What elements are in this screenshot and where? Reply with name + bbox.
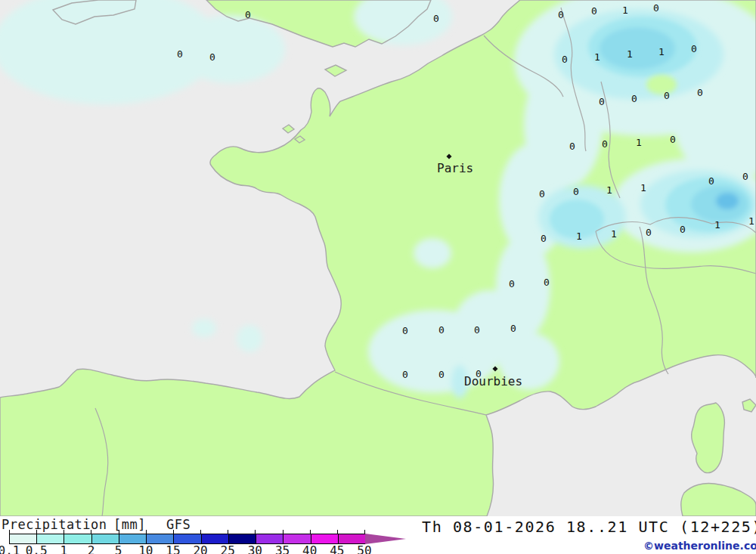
- legend-colorbar: [9, 534, 366, 544]
- precip-value-label: 1: [622, 5, 628, 16]
- legend-tick: [173, 530, 174, 534]
- forecast-datetime: Th 08-01-2026 18..21 UTC (12+225): [422, 518, 756, 536]
- precip-value-label: 0: [438, 324, 445, 336]
- precip-value-label: 0: [562, 54, 568, 65]
- precip-value-label: 0: [569, 141, 575, 152]
- legend-tick-label: 45: [324, 543, 351, 554]
- precip-value-label: 0: [402, 325, 408, 336]
- legend-color-segment: [92, 534, 119, 543]
- legend-color-segment: [37, 534, 64, 543]
- legend-tick-label: 2: [77, 543, 104, 554]
- legend-tick: [364, 530, 365, 534]
- precip-value-label: 0: [680, 224, 686, 235]
- precip-value-label: 1: [748, 215, 754, 227]
- precip-value-label: 0: [245, 9, 251, 20]
- precip-value-label: 0: [599, 96, 605, 107]
- legend-tick: [200, 530, 201, 534]
- precip-value-label: 0: [402, 369, 408, 380]
- legend-color-segment: [119, 534, 147, 543]
- legend-tick-label: 10: [132, 543, 160, 554]
- precip-value-label: 0: [646, 227, 652, 238]
- legend-tick: [91, 530, 91, 534]
- precip-value-label: 0: [602, 138, 608, 150]
- legend-tick: [119, 530, 119, 534]
- legend-tick: [9, 530, 10, 534]
- city-label-paris: Paris: [437, 161, 473, 175]
- precip-value-label: 0: [539, 188, 545, 200]
- precip-value-label: 1: [636, 137, 642, 148]
- precip-value-label: 1: [640, 182, 646, 193]
- precip-value-label: 0: [510, 323, 516, 334]
- legend-color-segment: [339, 534, 365, 543]
- precip-value-label: 0: [653, 2, 659, 14]
- legend-tick-label: 1: [50, 543, 77, 554]
- legend-tick-label: 20: [187, 543, 214, 554]
- precip-value-label: 1: [576, 231, 582, 242]
- legend-tick: [310, 530, 311, 534]
- legend-tick-label: 0.5: [23, 543, 50, 554]
- precip-value-label: 0: [670, 134, 676, 145]
- precip-value-label: 1: [658, 46, 665, 57]
- precip-value-label: 0: [742, 171, 748, 182]
- precip-value-label: 0: [697, 87, 703, 98]
- legend-color-segment: [10, 534, 37, 543]
- precip-value-label: 0: [558, 9, 564, 20]
- precipitation-map: 0000100001110000000100011000110011000000…: [0, 0, 756, 516]
- legend-color-segment: [256, 534, 284, 543]
- legend-tick-label: 40: [296, 543, 324, 554]
- legend-tick-label: 15: [160, 543, 187, 554]
- legend: Precipitation [mm] GFS 0.10.512510152025…: [0, 516, 756, 554]
- legend-tick-label: 5: [105, 543, 132, 554]
- legend-color-segment: [284, 534, 311, 543]
- precip-value-label: 0: [664, 90, 670, 101]
- precip-value-label: 1: [627, 48, 633, 60]
- precip-value-label: 1: [594, 51, 600, 63]
- legend-color-segment: [174, 534, 201, 543]
- precip-value-label: 1: [714, 219, 720, 231]
- dry-gap: [646, 75, 677, 94]
- city-label-dourbies: Dourbies: [464, 374, 522, 388]
- legend-tick: [283, 530, 284, 534]
- precip-value-label: 0: [433, 13, 439, 24]
- precip-value-label: 0: [631, 93, 637, 104]
- precip-value-label: 0: [573, 186, 579, 197]
- legend-color-segment: [311, 534, 339, 543]
- legend-tick-label: 30: [241, 543, 268, 554]
- legend-arrow: [365, 534, 406, 544]
- legend-tick: [228, 530, 228, 534]
- precip-value-label: 0: [708, 175, 714, 187]
- legend-color-segment: [229, 534, 256, 543]
- legend-tick: [146, 530, 147, 534]
- precip-value-label: 1: [611, 228, 617, 240]
- legend-color-segment: [64, 534, 91, 543]
- copyright-text: ©weatheronline.co.uk: [643, 540, 756, 552]
- legend-color-segment: [147, 534, 174, 543]
- legend-tick-label: 50: [351, 543, 378, 554]
- precip-value-label: 0: [209, 51, 215, 63]
- map-canvas: 0000100001110000000100011000110011000000…: [0, 0, 756, 516]
- precip-value-label: 0: [541, 233, 547, 244]
- legend-tick: [64, 530, 64, 534]
- precip-value-label: 0: [691, 43, 697, 54]
- precip-value-label: 1: [606, 184, 612, 196]
- precip-value-label: 0: [177, 48, 183, 60]
- legend-tick-label: 35: [269, 543, 296, 554]
- legend-tick: [337, 530, 338, 534]
- legend-tick-label: 0.1: [0, 543, 23, 554]
- legend-tick-label: 25: [214, 543, 241, 554]
- precip-value-label: 0: [438, 369, 445, 380]
- precip-value-label: 0: [474, 324, 480, 336]
- legend-color-segment: [202, 534, 229, 543]
- legend-model: GFS: [166, 517, 191, 532]
- legend-tick: [255, 530, 256, 534]
- precip-value-label: 0: [591, 5, 597, 17]
- legend-tick: [36, 530, 37, 534]
- precip-value-label: 0: [509, 278, 515, 289]
- precip-value-label: 0: [544, 277, 550, 288]
